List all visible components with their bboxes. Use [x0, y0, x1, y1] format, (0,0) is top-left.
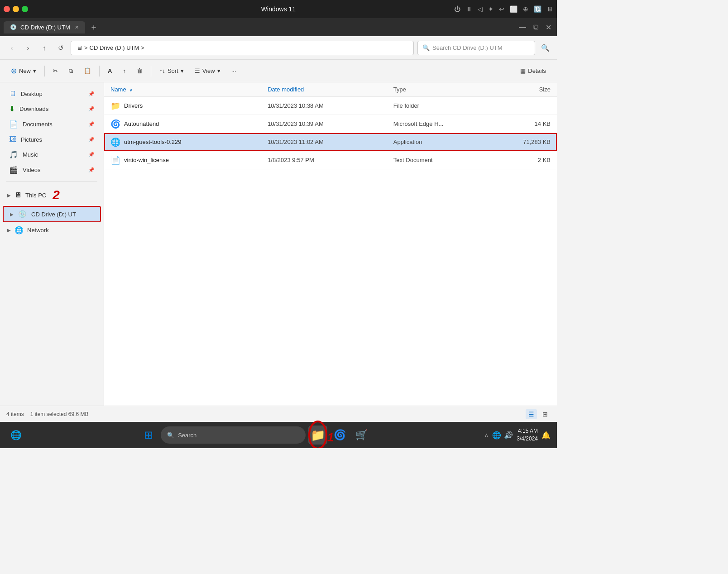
utm-tools-size: 71,283 KB	[488, 139, 551, 145]
edge-icon: 🌀	[334, 429, 346, 441]
file-row-utm-guest-tools[interactable]: 🌐 utm-guest-tools-0.229 10/31/2023 11:02…	[104, 133, 557, 151]
utm-tools-type: Application	[393, 139, 488, 145]
search-icon: 🔍	[422, 44, 430, 51]
breadcrumb[interactable]: 🖥 > CD Drive (D:) UTM >	[71, 41, 414, 55]
tab-bar-controls: — ⧉ ✕	[517, 21, 553, 33]
delete-button[interactable]: 🗑	[132, 63, 147, 79]
file-row-drivers[interactable]: 📁 Drivers 10/31/2023 10:38 AM File folde…	[104, 97, 557, 115]
sidebar-item-cd-drive[interactable]: ▶ 💿 CD Drive (D:) UT	[3, 206, 101, 222]
close-window-button[interactable]: ✕	[544, 21, 553, 33]
taskbar-file-explorer-button[interactable]: 📁 1	[308, 426, 327, 445]
file-list-header: Name ∧ Date modified Type Size	[104, 82, 557, 97]
sidebar-item-music[interactable]: 🎵 Music 📌	[3, 147, 101, 162]
search-box[interactable]: 🔍 Search CD Drive (D:) UTM	[417, 41, 535, 55]
videos-pin-icon: 📌	[88, 167, 95, 173]
taskbar-store-button[interactable]: 🛒	[352, 426, 371, 445]
copy-button[interactable]: ⧉	[64, 63, 77, 79]
misc-icon1[interactable]: ✦	[488, 5, 493, 13]
breadcrumb-sep2: >	[141, 44, 144, 51]
drivers-date: 10/31/2023 10:38 AM	[268, 102, 393, 109]
maximize-button[interactable]	[22, 6, 28, 12]
misc-icon3[interactable]: ⬜	[510, 5, 517, 13]
cut-button[interactable]: ✂	[48, 63, 62, 79]
file-row-virtio-license[interactable]: 📄 virtio-win_license 1/8/2023 9:57 PM Te…	[104, 151, 557, 169]
search-button[interactable]: 🔍	[539, 42, 551, 54]
refresh-nav-button[interactable]: ↺	[54, 42, 67, 54]
close-button[interactable]	[4, 6, 10, 12]
details-button[interactable]: ▦ Details	[516, 63, 551, 79]
up-nav-button[interactable]: ↑	[38, 42, 51, 54]
details-icon: ▦	[520, 67, 526, 74]
minimize-button[interactable]	[13, 6, 19, 12]
new-button[interactable]: ⊕ New ▾	[6, 63, 41, 79]
taskbar-start-globe-icon[interactable]: 🌐	[6, 426, 25, 445]
drivers-type: File folder	[393, 102, 488, 109]
taskbar-windows-button[interactable]: ⊞	[139, 426, 158, 445]
col-date-label: Date modified	[268, 86, 304, 93]
forward-nav-button[interactable]: ›	[22, 42, 34, 54]
list-view-button[interactable]: ☰	[526, 409, 537, 419]
view-button[interactable]: ☰ View ▾	[190, 63, 225, 79]
search-placeholder: Search CD Drive (D:) UTM	[432, 44, 503, 51]
sidebar-item-downloads[interactable]: ⬇ Downloads 📌	[3, 101, 101, 116]
misc-icon4[interactable]: ⊕	[523, 5, 528, 13]
col-header-type[interactable]: Type	[393, 86, 488, 93]
cd-drive-icon: 💿	[18, 210, 27, 218]
share-button[interactable]: ↑	[118, 63, 130, 79]
autounattend-date: 10/31/2023 10:39 AM	[268, 120, 393, 127]
paste-button[interactable]: 📋	[79, 63, 96, 79]
view-icon: ☰	[195, 67, 200, 74]
sidebar-item-desktop[interactable]: 🖥 Desktop 📌	[3, 86, 101, 101]
rename-button[interactable]: A	[103, 63, 116, 79]
selected-info: 1 item selected 69.6 MB	[30, 411, 89, 417]
power-icon[interactable]: ⏻	[454, 5, 460, 13]
status-right: ☰ ⊞	[526, 409, 551, 419]
taskbar-chevron-icon[interactable]: ∧	[484, 432, 489, 438]
more-button[interactable]: ···	[227, 63, 241, 79]
taskbar-left: 🌐	[6, 426, 25, 445]
file-list: Name ∧ Date modified Type Size 📁 Drivers…	[104, 82, 557, 406]
sidebar: 🖥 Desktop 📌 ⬇ Downloads 📌 📄 Documents 📌 …	[0, 82, 104, 406]
main-area: 🖥 Desktop 📌 ⬇ Downloads 📌 📄 Documents 📌 …	[0, 82, 557, 406]
network-label: Network	[27, 227, 49, 234]
new-tab-button[interactable]: ＋	[87, 22, 101, 33]
misc-icon6[interactable]: 🖥	[547, 5, 553, 13]
file-row-autounattend[interactable]: 🌀 Autounattend 10/31/2023 10:39 AM Micro…	[104, 115, 557, 133]
minimize-window-button[interactable]: —	[517, 21, 528, 33]
desktop-pin-icon: 📌	[88, 91, 95, 97]
globe-tray-icon[interactable]: 🌐	[492, 431, 501, 440]
sidebar-item-documents[interactable]: 📄 Documents 📌	[3, 117, 101, 132]
sidebar-label-pictures: Pictures	[21, 136, 42, 143]
tab-close-button[interactable]: ✕	[75, 24, 79, 30]
col-header-size[interactable]: Size	[488, 86, 551, 93]
col-header-date[interactable]: Date modified	[268, 86, 393, 93]
misc-icon5[interactable]: 🔃	[534, 5, 541, 13]
windows-icon: ⊞	[144, 429, 153, 441]
sidebar-section-network[interactable]: ▶ 🌐 Network	[3, 223, 101, 237]
utm-tools-icon: 🌐	[110, 137, 120, 147]
pause-icon[interactable]: ⏸	[466, 5, 472, 13]
taskbar-time-value: 4:15 AM	[517, 427, 538, 435]
restore-window-button[interactable]: ⧉	[532, 21, 540, 33]
col-header-name[interactable]: Name ∧	[110, 86, 268, 93]
tab-cd-drive[interactable]: 💿 CD Drive (D:) UTM ✕	[4, 21, 85, 33]
volume-tray-icon[interactable]: 🔊	[504, 431, 513, 440]
rename-icon: A	[108, 67, 112, 74]
virtio-license-size: 2 KB	[488, 157, 551, 163]
sidebar-item-pictures[interactable]: 🖼 Pictures 📌	[3, 132, 101, 147]
taskbar-notification-icon[interactable]: 🔔	[541, 431, 551, 440]
sidebar-item-videos[interactable]: 🎬 Videos 📌	[3, 163, 101, 177]
misc-icon2[interactable]: ↩	[499, 5, 504, 13]
sidebar-section-this-pc[interactable]: ▶ 🖥 This PC 2	[3, 185, 101, 205]
taskbar-clock[interactable]: 4:15 AM 3/4/2024	[517, 427, 538, 443]
taskbar-search-box[interactable]: 🔍 Search	[161, 426, 306, 444]
sidebar-label-downloads: Downloads	[19, 105, 48, 112]
step1-circle: 📁	[308, 421, 327, 448]
back-nav-button[interactable]: ‹	[5, 42, 18, 54]
utm-tools-date: 10/31/2023 11:02 AM	[268, 139, 393, 145]
sort-button[interactable]: ↑↓ Sort ▾	[155, 63, 188, 79]
col-name-label: Name	[110, 86, 126, 93]
desktop-icon: 🖥	[9, 90, 16, 98]
back-icon[interactable]: ◁	[478, 5, 483, 13]
grid-view-button[interactable]: ⊞	[540, 409, 551, 419]
